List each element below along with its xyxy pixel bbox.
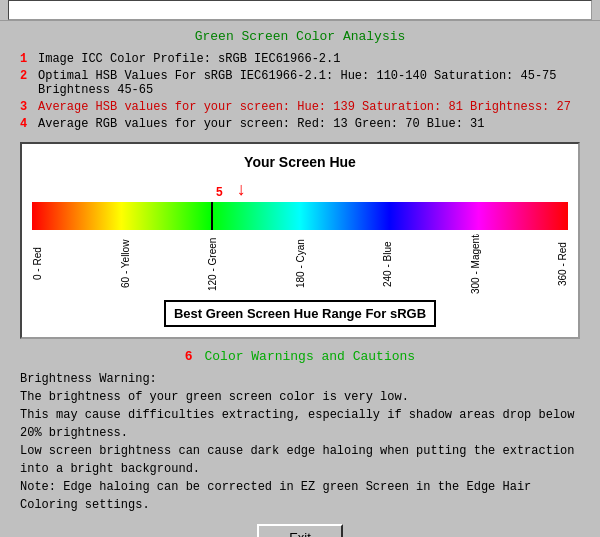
row-text-1: Image ICC Color Profile: sRGB IEC61966-2… (38, 52, 340, 66)
info-row-2: 2 Optimal HSB Values For sRGB IEC61966-2… (20, 69, 580, 97)
row-number-4: 4 (20, 117, 34, 131)
hue-labels-row: 0 - Red 60 - Yellow 120 - Green 180 - Cy… (32, 234, 568, 294)
row-number-1: 1 (20, 52, 34, 66)
warning-line-5: Note: Edge haloing can be corrected in E… (20, 478, 580, 514)
info-row-1: 1 Image ICC Color Profile: sRGB IEC61966… (20, 52, 580, 66)
exit-btn-row: Exit (20, 524, 580, 537)
warnings-text: Brightness Warning: The brightness of yo… (20, 370, 580, 514)
title-bar (0, 0, 600, 21)
hue-bar-container (32, 202, 568, 230)
row-text-4: Average RGB values for your screen: Red:… (38, 117, 484, 131)
row-number-3: 3 (20, 100, 34, 114)
hue-label-180: 180 - Cyan (295, 234, 306, 294)
main-content: Green Screen Color Analysis 1 Image ICC … (0, 21, 600, 537)
hue-bar (32, 202, 568, 230)
row-text-2: Optimal HSB Values For sRGB IEC61966-2.1… (38, 69, 580, 97)
info-rows: 1 Image ICC Color Profile: sRGB IEC61966… (20, 52, 580, 134)
warning-line-3: This may cause difficulties extracting, … (20, 406, 580, 442)
warning-line-4: Low screen brightness can cause dark edg… (20, 442, 580, 478)
hue-arrow-icon: ↓ (236, 180, 247, 200)
hue-label-300: 300 - Magenta (470, 234, 481, 294)
hue-label-360: 360 - Red (557, 234, 568, 294)
main-title: Green Screen Color Analysis (20, 29, 580, 44)
best-range-wrapper: Best Green Screen Hue Range For sRGB (32, 294, 568, 327)
green-marker (211, 202, 213, 230)
info-row-3: 3 Average HSB values for your screen: Hu… (20, 100, 580, 114)
hue-label-60: 60 - Yellow (120, 234, 131, 294)
exit-button[interactable]: Exit (257, 524, 343, 537)
hue-indicator-number: 5 (216, 186, 223, 200)
warning-line-2: The brightness of your green screen colo… (20, 388, 580, 406)
title-bar-input[interactable] (8, 0, 592, 20)
info-row-4: 4 Average RGB values for your screen: Re… (20, 117, 580, 131)
row-number-2: 2 (20, 69, 34, 83)
hue-label-120: 120 - Green (207, 234, 218, 294)
hue-label-240: 240 - Blue (382, 234, 393, 294)
hue-label-0: 0 - Red (32, 234, 43, 294)
hue-indicator-row: 5 ↓ (32, 176, 568, 200)
warnings-title-text: Color Warnings and Cautions (204, 349, 415, 364)
warnings-number: 6 (185, 349, 193, 364)
warnings-title: 6 Color Warnings and Cautions (20, 349, 580, 364)
hue-panel: Your Screen Hue 5 ↓ 0 - Red 60 - Yellow … (20, 142, 580, 339)
best-range-box: Best Green Screen Hue Range For sRGB (164, 300, 436, 327)
hue-title: Your Screen Hue (32, 154, 568, 170)
main-window: Green Screen Color Analysis 1 Image ICC … (0, 0, 600, 537)
warning-line-1: Brightness Warning: (20, 370, 580, 388)
row-text-3: Average HSB values for your screen: Hue:… (38, 100, 571, 114)
